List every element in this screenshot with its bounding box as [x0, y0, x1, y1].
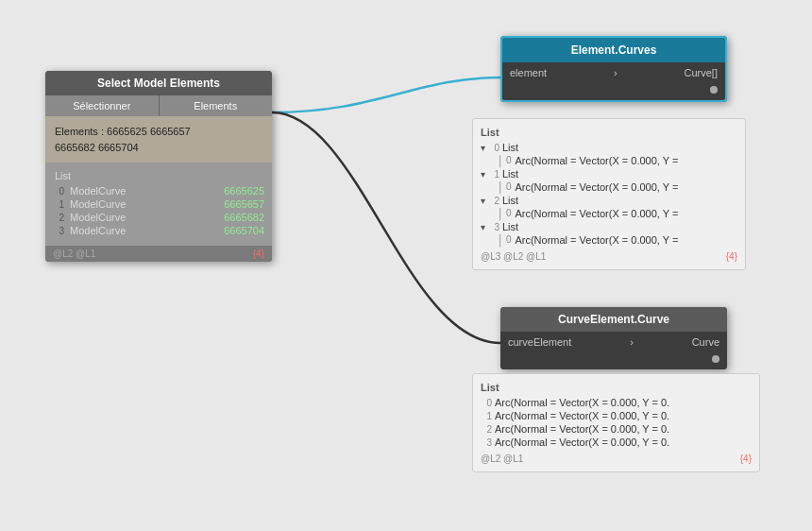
list-item: ▾ 3 List: [481, 221, 737, 232]
panel2-footer-right: {4}: [740, 454, 752, 464]
panel1-header: List: [481, 127, 737, 138]
node-title: Select Model Elements: [45, 71, 272, 95]
input-port-label: element: [510, 67, 547, 78]
ports-row: element › Curve[]: [502, 62, 725, 83]
list-item: ▾ 1 List: [481, 168, 737, 180]
select-model-elements-node: Select Model Elements Sélectionner Eleme…: [45, 71, 272, 262]
panel1-footer: @L3 @L2 @L1 {4}: [481, 251, 737, 262]
curve-element-node: CurveElement.Curve curveElement › Curve: [500, 307, 727, 369]
port-arrow: ›: [614, 67, 617, 78]
element-curves-title: Element.Curves: [500, 36, 727, 62]
list-item: 0 Arc(Normal = Vector(X = 0.000, Y = 0.: [481, 397, 752, 408]
list-item: ▾ 0 List: [481, 142, 737, 153]
input-port-label: curveElement: [508, 336, 571, 348]
output-panel-1: List ▾ 0 List │ 0 Arc(Normal = Vector(X …: [472, 118, 746, 270]
list-title: List: [53, 170, 264, 181]
output-port-label: Curve: [692, 336, 719, 348]
curve-element-title: CurveElement.Curve: [500, 307, 727, 332]
panel1-footer-left: @L3 @L2 @L1: [481, 251, 546, 262]
elements-button[interactable]: Elements: [160, 95, 273, 116]
element-curves-node: Element.Curves element › Curve[]: [500, 36, 727, 102]
footer-left: @L2 @L1: [53, 248, 95, 259]
ports-row: curveElement › Curve: [500, 332, 727, 352]
table-row: 3 ModelCurve 6665704: [53, 225, 264, 236]
model-list: List 0 ModelCurve 6665625 1 ModelCurve 6…: [45, 163, 272, 246]
table-row: 1 ModelCurve 6665657: [53, 198, 264, 210]
table-row: 2 ModelCurve 6665682: [53, 212, 264, 223]
select-button[interactable]: Sélectionner: [45, 95, 160, 116]
list-item: ▾ 2 List: [481, 195, 737, 206]
list-item: 3 Arc(Normal = Vector(X = 0.000, Y = 0.: [481, 437, 752, 448]
panel2-footer: @L2 @L1 {4}: [481, 454, 752, 464]
elements-info-text: Elements : 6665625 66656576665682 666570…: [55, 126, 191, 153]
element-curves-body: element › Curve[]: [500, 62, 727, 102]
list-item: 2 Arc(Normal = Vector(X = 0.000, Y = 0.: [481, 423, 752, 435]
node-footer: @L2 @L1 {4}: [45, 246, 272, 262]
port-arrow: ›: [630, 336, 634, 348]
output-panel-2: List 0 Arc(Normal = Vector(X = 0.000, Y …: [472, 373, 760, 472]
panel2-footer-left: @L2 @L1: [481, 454, 523, 464]
elements-info: Elements : 6665625 66656576665682 666570…: [45, 116, 272, 163]
list-item: 1 Arc(Normal = Vector(X = 0.000, Y = 0.: [481, 410, 752, 421]
panel1-footer-right: {4}: [726, 251, 737, 262]
footer-right: {4}: [253, 248, 264, 259]
panel2-header: List: [481, 382, 752, 393]
output-port-label: Curve[]: [685, 67, 718, 78]
table-row: 0 ModelCurve 6665625: [53, 185, 264, 197]
curve-element-body: curveElement › Curve: [500, 332, 727, 369]
